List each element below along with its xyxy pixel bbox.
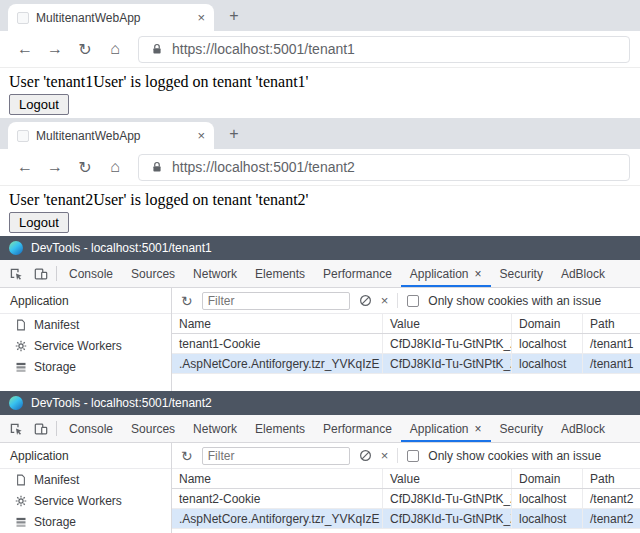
tab-application-label: Application <box>410 422 469 436</box>
column-header-name[interactable]: Name <box>172 314 383 333</box>
refresh-icon[interactable]: ↻ <box>70 153 100 181</box>
address-bar[interactable]: https://localhost:5001/tenant1 <box>138 36 630 63</box>
inspect-element-icon[interactable] <box>3 261 28 287</box>
tab-adblock[interactable]: AdBlock <box>552 260 614 287</box>
close-icon[interactable]: × <box>475 422 482 436</box>
block-icon[interactable] <box>359 449 372 462</box>
inspect-element-icon[interactable] <box>3 416 28 442</box>
column-header-value[interactable]: Value <box>383 469 512 488</box>
column-header-domain[interactable]: Domain <box>512 314 583 333</box>
tab-console[interactable]: Console <box>60 415 122 442</box>
logout-button[interactable]: Logout <box>9 212 69 233</box>
column-header-value[interactable]: Value <box>383 314 512 333</box>
forward-icon[interactable]: → <box>40 153 70 181</box>
divider <box>397 448 398 463</box>
sidebar-item-label: Storage <box>34 360 76 374</box>
page-favicon <box>17 130 29 142</box>
issue-filter-checkbox[interactable] <box>407 295 419 307</box>
tab-elements[interactable]: Elements <box>246 260 314 287</box>
edge-logo-icon <box>9 396 23 410</box>
sidebar-item-label: Storage <box>34 515 76 529</box>
close-icon[interactable]: × <box>197 128 205 143</box>
filter-input[interactable] <box>202 447 350 465</box>
devtools-tabbar: Console Sources Network Elements Perform… <box>0 415 640 443</box>
cookie-value: CfDJ8KId-Tu-GtNPtK_Z… <box>383 354 512 373</box>
refresh-icon[interactable]: ↻ <box>181 448 193 464</box>
tab-security[interactable]: Security <box>491 260 552 287</box>
tab-application[interactable]: Application × <box>401 415 491 442</box>
tab-elements[interactable]: Elements <box>246 415 314 442</box>
clear-icon[interactable]: × <box>381 448 389 463</box>
devtools-window-tenant2: DevTools - localhost:5001/tenant2 Consol… <box>0 391 640 533</box>
device-toolbar-icon[interactable] <box>28 416 53 442</box>
tab-performance[interactable]: Performance <box>314 415 401 442</box>
cookie-domain: localhost <box>512 509 583 528</box>
new-tab-button[interactable]: + <box>222 122 246 146</box>
close-icon[interactable]: × <box>475 267 482 281</box>
browser-tab[interactable]: MultitenantWebApp × <box>8 4 214 31</box>
cookies-toolbar: ↻ × Only show cookies with an issue <box>172 443 640 469</box>
edge-logo-icon <box>9 241 23 255</box>
home-icon[interactable]: ⌂ <box>100 153 130 181</box>
tab-performance[interactable]: Performance <box>314 260 401 287</box>
manifest-icon <box>15 474 27 486</box>
column-header-path[interactable]: Path <box>583 314 640 333</box>
device-toolbar-icon[interactable] <box>28 261 53 287</box>
page-content: User 'tenant2User' is logged on tenant '… <box>0 186 640 238</box>
refresh-icon[interactable]: ↻ <box>181 293 193 309</box>
url-text: https://localhost:5001/tenant1 <box>172 41 355 57</box>
issue-filter-checkbox[interactable] <box>407 450 419 462</box>
cookie-value: CfDJ8KId-Tu-GtNPtK_Z… <box>383 334 512 353</box>
sidebar-item-manifest[interactable]: Manifest <box>0 469 171 490</box>
sidebar-item-storage[interactable]: Storage <box>0 511 171 532</box>
block-icon[interactable] <box>359 294 372 307</box>
sidebar-item-service-workers[interactable]: Service Workers <box>0 490 171 511</box>
tab-sources[interactable]: Sources <box>122 260 184 287</box>
logout-button[interactable]: Logout <box>9 94 69 115</box>
table-row[interactable]: tenant1-Cookie CfDJ8KId-Tu-GtNPtK_Z… loc… <box>172 334 640 354</box>
tab-network[interactable]: Network <box>184 415 246 442</box>
cookies-panel: ↻ × Only show cookies with an issue Name… <box>172 288 640 391</box>
column-header-path[interactable]: Path <box>583 469 640 488</box>
tab-application[interactable]: Application × <box>401 260 491 287</box>
devtools-body: Application Manifest Service Workers Sto… <box>0 288 640 391</box>
refresh-icon[interactable]: ↻ <box>70 35 100 63</box>
browser-tab[interactable]: MultitenantWebApp × <box>8 122 214 149</box>
table-row[interactable]: .AspNetCore.Antiforgery.tzr_YVKqIzE CfDJ… <box>172 509 640 529</box>
clear-icon[interactable]: × <box>381 293 389 308</box>
manifest-icon <box>15 319 27 331</box>
cookie-path: /tenant2 <box>583 489 640 508</box>
cookie-path: /tenant2 <box>583 509 640 528</box>
devtools-titlebar: DevTools - localhost:5001/tenant2 <box>0 391 640 415</box>
column-header-domain[interactable]: Domain <box>512 469 583 488</box>
login-message: User 'tenant1User' is logged on tenant '… <box>9 73 631 91</box>
tab-adblock[interactable]: AdBlock <box>552 415 614 442</box>
cookie-value: CfDJ8KId-Tu-GtNPtK_Z… <box>383 509 512 528</box>
sidebar-item-manifest[interactable]: Manifest <box>0 314 171 335</box>
back-icon[interactable]: ← <box>10 35 40 63</box>
table-row[interactable]: .AspNetCore.Antiforgery.tzr_YVKqIzE CfDJ… <box>172 354 640 374</box>
devtools-body: Application Manifest Service Workers Sto… <box>0 443 640 533</box>
sidebar-item-storage[interactable]: Storage <box>0 356 171 377</box>
back-icon[interactable]: ← <box>10 153 40 181</box>
home-icon[interactable]: ⌂ <box>100 35 130 63</box>
tab-sources[interactable]: Sources <box>122 415 184 442</box>
page-favicon <box>17 12 29 24</box>
tab-console[interactable]: Console <box>60 260 122 287</box>
new-tab-button[interactable]: + <box>222 4 246 28</box>
close-icon[interactable]: × <box>197 10 205 25</box>
sidebar-item-service-workers[interactable]: Service Workers <box>0 335 171 356</box>
browser-window-tenant1: MultitenantWebApp × + ← → ↻ ⌂ https://lo… <box>0 0 640 118</box>
table-row[interactable]: tenant2-Cookie CfDJ8KId-Tu-GtNPtK_Z… loc… <box>172 489 640 509</box>
browser-tab-strip: MultitenantWebApp × + <box>0 118 640 149</box>
tab-network[interactable]: Network <box>184 260 246 287</box>
address-bar[interactable]: https://localhost:5001/tenant2 <box>138 154 630 181</box>
cookie-path: /tenant1 <box>583 334 640 353</box>
filter-input[interactable] <box>202 292 350 310</box>
sidebar-item-label: Service Workers <box>34 494 122 508</box>
column-header-name[interactable]: Name <box>172 469 383 488</box>
divider <box>56 421 57 436</box>
url-text: https://localhost:5001/tenant2 <box>172 159 355 175</box>
forward-icon[interactable]: → <box>40 35 70 63</box>
tab-security[interactable]: Security <box>491 415 552 442</box>
